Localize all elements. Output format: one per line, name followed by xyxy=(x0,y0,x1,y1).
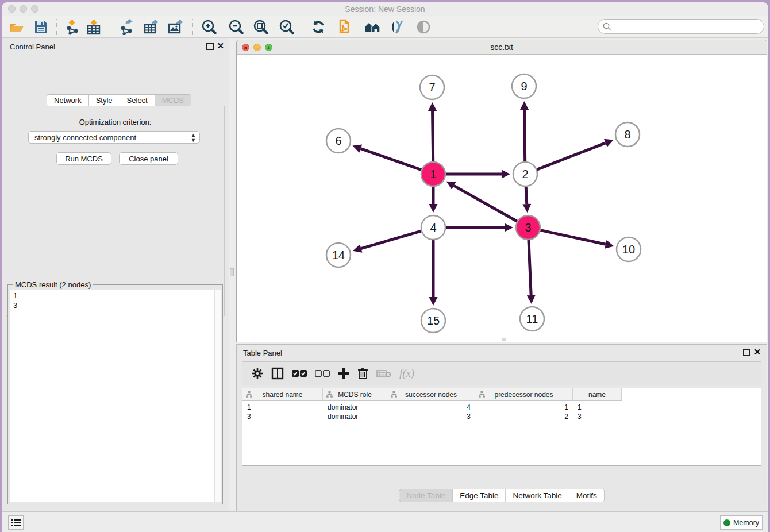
export-table-button[interactable] xyxy=(143,18,161,36)
hide-details-icon xyxy=(390,20,406,34)
hide-graphics-details-button[interactable] xyxy=(389,18,407,36)
graph-node-label-10: 10 xyxy=(622,243,635,256)
table-tabs-strip: Node Table Edge Table Network Table Moti… xyxy=(237,483,767,506)
table-settings-button[interactable] xyxy=(252,368,263,379)
title-bar: Session: New Session xyxy=(2,2,768,16)
float-panel-button[interactable] xyxy=(206,43,214,50)
tab-node-table[interactable]: Node Table xyxy=(399,489,453,502)
graph-edge-3-11[interactable] xyxy=(529,240,531,295)
network-canvas[interactable]: 1234678910111415 xyxy=(237,55,767,342)
column-header-predecessor-nodes[interactable]: predecessor nodes xyxy=(475,388,573,400)
table-cell[interactable]: 3 xyxy=(573,412,622,422)
close-panel-button[interactable]: ✕ xyxy=(217,41,224,51)
optimization-criterion-select[interactable]: strongly connected component ▲▼ xyxy=(28,131,200,144)
network-window-titlebar[interactable]: ✕ − + scc.txt xyxy=(237,40,767,55)
table-row[interactable]: 1dominator411 xyxy=(242,403,622,413)
control-panel-tabs: Network Style Select MCDS xyxy=(47,94,191,106)
add-column-button[interactable] xyxy=(338,368,349,379)
export-image-button[interactable] xyxy=(167,18,185,36)
show-graphics-details-button[interactable] xyxy=(414,18,433,36)
table-cell[interactable]: 1 xyxy=(475,403,573,413)
graph-node-label-4: 4 xyxy=(430,221,436,234)
column-header-name[interactable]: name xyxy=(573,388,622,400)
memory-button[interactable]: Memory xyxy=(720,515,763,530)
graph-edge-3-1[interactable] xyxy=(454,186,517,221)
save-session-button[interactable] xyxy=(32,18,50,36)
column-header-label: MCDS role xyxy=(338,391,372,399)
network-graph[interactable]: 1234678910111415 xyxy=(237,55,767,342)
column-header-successor-nodes[interactable]: successor nodes xyxy=(387,388,475,400)
workspace-area: ✕ − + scc.txt 1234678910111415 xyxy=(236,38,768,511)
search-input[interactable] xyxy=(598,19,764,34)
run-mcds-button[interactable]: Run MCDS xyxy=(56,152,111,165)
table-cell[interactable]: 2 xyxy=(475,412,573,422)
float-table-panel-button[interactable] xyxy=(743,349,750,356)
tab-network[interactable]: Network xyxy=(47,95,89,106)
control-panel-title: Control Panel xyxy=(10,43,55,51)
refresh-button[interactable] xyxy=(309,18,328,36)
zoom-in-button[interactable] xyxy=(200,18,218,36)
tab-style[interactable]: Style xyxy=(89,95,120,106)
deselect-all-rows-button[interactable] xyxy=(315,369,330,377)
column-tree-icon xyxy=(246,391,252,398)
tab-motifs[interactable]: Motifs xyxy=(569,489,604,502)
tab-network-table[interactable]: Network Table xyxy=(506,489,569,502)
table-cell[interactable]: 1 xyxy=(242,403,323,413)
table-panel-title: Table Panel xyxy=(243,349,282,357)
open-session-button[interactable] xyxy=(7,18,26,36)
export-image-icon xyxy=(167,19,184,35)
task-history-button[interactable] xyxy=(8,515,24,530)
column-header-shared-name[interactable]: shared name xyxy=(242,388,323,400)
graph-edge-2-8[interactable] xyxy=(537,143,606,169)
tab-mcds[interactable]: MCDS xyxy=(155,95,191,106)
tab-select[interactable]: Select xyxy=(120,95,155,106)
panel-splitter[interactable] xyxy=(229,38,236,511)
tab-edge-table[interactable]: Edge Table xyxy=(453,489,506,502)
zoom-selected-button[interactable] xyxy=(278,18,296,36)
table-cell[interactable]: dominator xyxy=(323,412,387,422)
zoom-out-button[interactable] xyxy=(227,18,245,36)
network-view-window: ✕ − + scc.txt 1234678910111415 xyxy=(236,40,767,342)
duplicate-network-button[interactable] xyxy=(336,18,355,36)
table-cell[interactable]: dominator xyxy=(323,403,387,413)
table-cell[interactable]: 1 xyxy=(573,403,622,413)
delete-column-button[interactable] xyxy=(357,367,368,380)
checked-boxes-icon xyxy=(292,369,307,377)
show-details-icon xyxy=(416,20,431,34)
window-title: Session: New Session xyxy=(2,5,768,14)
canvas-resize-handle[interactable] xyxy=(502,338,506,341)
zoom-fit-button[interactable] xyxy=(252,18,270,36)
export-network-button[interactable] xyxy=(118,18,136,36)
import-table-button[interactable] xyxy=(84,18,103,36)
column-selector-button[interactable] xyxy=(271,367,284,380)
graph-node-label-11: 11 xyxy=(526,313,538,325)
plus-icon xyxy=(338,368,349,379)
graph-edge-2-9[interactable] xyxy=(525,110,525,161)
close-table-panel-button[interactable]: ✕ xyxy=(753,348,761,357)
graph-edge-1-7[interactable] xyxy=(433,111,433,161)
table-cell[interactable]: 4 xyxy=(387,403,475,413)
apply-function-button[interactable]: f(x) xyxy=(399,367,414,380)
table-cell[interactable]: 3 xyxy=(387,412,475,422)
graph-edge-2-3[interactable] xyxy=(526,187,527,204)
result-scrollbar[interactable] xyxy=(214,290,221,502)
table-row[interactable]: 3dominator323 xyxy=(242,412,622,422)
graph-node-label-6: 6 xyxy=(335,134,341,147)
graph-edge-1-6[interactable] xyxy=(361,149,422,170)
home-view-button[interactable] xyxy=(364,18,382,36)
close-panel-button-mcds[interactable]: Close panel xyxy=(119,152,178,165)
graph-edge-3-10[interactable] xyxy=(540,230,605,245)
function-icon: f(x) xyxy=(399,367,414,380)
toolbar-separator xyxy=(56,19,57,35)
import-network-button[interactable] xyxy=(64,18,82,36)
column-header-MCDS-role[interactable]: MCDS role xyxy=(323,388,387,400)
splitter-grip[interactable] xyxy=(230,268,234,276)
node-table[interactable]: shared nameMCDS rolesuccessor nodesprede… xyxy=(242,388,761,466)
graph-edge-4-14[interactable] xyxy=(361,231,421,248)
table-cell[interactable]: 3 xyxy=(242,412,323,422)
delete-table-button[interactable] xyxy=(376,369,391,378)
select-all-rows-button[interactable] xyxy=(292,369,307,377)
table-panel-header: Table Panel ✕ xyxy=(237,345,767,360)
zoom-out-icon xyxy=(228,19,244,35)
mcds-result-text[interactable]: 1 3 xyxy=(10,290,214,502)
